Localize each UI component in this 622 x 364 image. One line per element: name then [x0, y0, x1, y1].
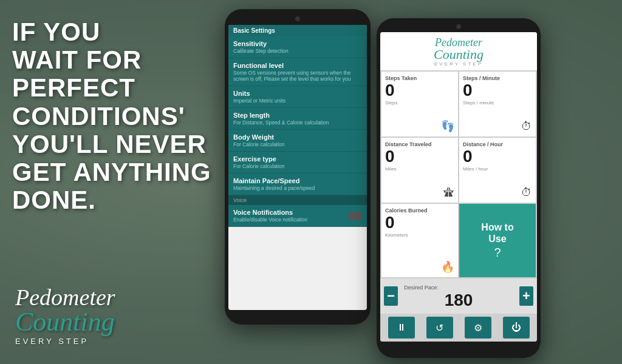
- step-length-title: Step length: [233, 112, 362, 119]
- settings-item-functional[interactable]: Functional level Some OS versions preven…: [228, 58, 367, 86]
- mot-line6: GET ANYTHING: [12, 158, 211, 186]
- logo-pedometer: Pedometer: [15, 286, 115, 309]
- phone1-screen: Basic Settings Sensitivity Calibrate Ste…: [228, 25, 367, 310]
- mot-line7: DONE.: [12, 186, 96, 214]
- pace-plus-button[interactable]: +: [519, 286, 533, 306]
- how-to-use-question-icon: ?: [494, 246, 501, 260]
- phone2: Pedometer Counting Every Step Steps Take…: [377, 18, 541, 358]
- how-to-line2: Use: [488, 234, 506, 244]
- logo-counting: Counting: [15, 309, 115, 335]
- settings-button[interactable]: ⚙: [465, 317, 491, 339]
- exercise-type-title: Exercise type: [233, 155, 362, 163]
- mot-line4: CONDITIONS': [12, 102, 185, 130]
- left-section: IF YOU WAIT FOR PERFECT CONDITIONS' YOU'…: [12, 18, 219, 214]
- pause-icon: ⏸: [397, 322, 406, 333]
- distance-traveled-label: Distance Traveled: [385, 141, 454, 147]
- settings-item-exercise-type[interactable]: Exercise type For Calorie calculation: [228, 152, 367, 174]
- stat-steps-minute: Steps / Minute 0 Steps / minute ⏱: [459, 72, 536, 136]
- settings-header: Basic Settings: [228, 25, 367, 36]
- stat-steps-taken: Steps Taken 0 Steps 👣: [381, 72, 458, 136]
- steps-minute-unit: Steps / minute: [463, 100, 532, 106]
- refresh-button[interactable]: ↺: [426, 317, 453, 339]
- power-icon: ⏻: [511, 322, 521, 333]
- steps-taken-value: 0: [385, 81, 454, 100]
- settings-icon: ⚙: [474, 322, 482, 334]
- desired-pace-wrapper: Desired Pace: 180: [404, 282, 513, 310]
- desired-pace-label: Desired Pace:: [404, 285, 439, 291]
- logo-every-step: Every Step: [15, 337, 115, 346]
- step-length-desc: For Distance, Speed & Calorie calculatio…: [233, 120, 362, 126]
- stats-grid: Steps Taken 0 Steps 👣 Steps / Minute 0 S…: [380, 70, 537, 278]
- body-weight-title: Body Weight: [233, 133, 362, 141]
- units-desc: Imperial or Metric units: [233, 98, 362, 104]
- exercise-type-desc: For Calorie calculation: [233, 163, 362, 169]
- desired-pace-value: 180: [404, 291, 513, 310]
- maintain-pace-desc: Maintaining a desired a pace/speed: [233, 185, 362, 191]
- refresh-icon: ↺: [436, 322, 443, 334]
- distance-traveled-value: 0: [385, 147, 454, 166]
- distance-traveled-unit: Miles: [385, 166, 454, 172]
- distance-traveled-icon: 🛣: [443, 186, 454, 199]
- stat-distance-traveled: Distance Traveled 0 Miles 🛣: [381, 138, 458, 203]
- how-to-use-card[interactable]: How to Use ?: [459, 204, 536, 277]
- sensitivity-desc: Calibrate Step detection: [233, 48, 362, 54]
- distance-hour-unit: Miles / hour: [463, 166, 532, 172]
- mot-line1: IF YOU: [12, 18, 100, 46]
- phone2-screen: Pedometer Counting Every Step Steps Take…: [380, 32, 537, 342]
- calories-unit: Kilometers: [385, 232, 454, 238]
- steps-minute-icon: ⏱: [521, 120, 532, 133]
- pace-minus-button[interactable]: −: [384, 286, 398, 306]
- settings-item-step-length[interactable]: Step length For Distance, Speed & Calori…: [228, 108, 367, 130]
- mot-line5: YOU'LL NEVER: [12, 130, 207, 158]
- voice-desc: Enable/disable Voice notification: [233, 217, 307, 223]
- voice-section-header: Voice: [228, 195, 367, 205]
- motivational-text: IF YOU WAIT FOR PERFECT CONDITIONS' YOU'…: [12, 18, 219, 214]
- phone2-logo-count: Counting: [383, 48, 535, 61]
- settings-item-units[interactable]: Units Imperial or Metric units: [228, 86, 367, 108]
- bottom-controls: ⏸ ↺ ⚙ ⏻: [380, 314, 537, 342]
- settings-item-maintain-pace[interactable]: Maintain Pace/Speed Maintaining a desire…: [228, 174, 367, 195]
- mot-line2: WAIT FOR: [12, 46, 142, 74]
- pause-button[interactable]: ⏸: [388, 317, 415, 339]
- power-button[interactable]: ⏻: [503, 317, 530, 339]
- mot-line3: PERFECT: [12, 73, 135, 102]
- how-to-line1: How to: [481, 222, 513, 232]
- how-to-use-text: How to Use: [481, 221, 513, 244]
- stat-distance-hour: Distance / Hour 0 Miles / hour ⏱: [459, 138, 536, 203]
- steps-taken-label: Steps Taken: [385, 75, 454, 81]
- sensitivity-title: Sensitivity: [233, 40, 362, 47]
- phone2-camera: [456, 24, 461, 29]
- steps-taken-icon: 👣: [441, 120, 454, 133]
- units-title: Units: [233, 90, 362, 97]
- calories-icon: 🔥: [441, 260, 454, 274]
- distance-hour-icon: ⏱: [521, 186, 532, 199]
- steps-minute-value: 0: [463, 81, 532, 100]
- phone2-logo: Pedometer Counting Every Step: [380, 32, 537, 70]
- stat-calories: Calories Burned 0 Kilometers 🔥: [381, 204, 458, 277]
- calories-value: 0: [385, 214, 454, 232]
- settings-item-sensitivity[interactable]: Sensitivity Calibrate Step detection: [228, 36, 367, 58]
- settings-item-body-weight[interactable]: Body Weight For Calorie calculation: [228, 130, 367, 152]
- functional-desc: Some OS versions prevent using sensors w…: [233, 70, 362, 82]
- distance-hour-label: Distance / Hour: [463, 141, 532, 147]
- body-weight-desc: For Calorie calculation: [233, 141, 362, 147]
- voice-toggle[interactable]: [349, 212, 362, 220]
- distance-hour-value: 0: [463, 147, 532, 166]
- voice-title: Voice Notifications: [233, 209, 307, 216]
- steps-taken-unit: Steps: [385, 100, 454, 106]
- phone2-logo-sub: Every Step: [383, 61, 535, 67]
- logo-container: Pedometer Counting Every Step: [15, 286, 115, 346]
- steps-minute-label: Steps / Minute: [463, 75, 532, 81]
- maintain-pace-title: Maintain Pace/Speed: [233, 177, 362, 184]
- functional-title: Functional level: [233, 62, 362, 69]
- phone1: Basic Settings Sensitivity Calibrate Ste…: [225, 9, 371, 325]
- settings-item-voice[interactable]: Voice Notifications Enable/disable Voice…: [228, 205, 367, 227]
- phone1-camera: [295, 16, 300, 21]
- calories-label: Calories Burned: [385, 207, 454, 214]
- desired-pace-row: − Desired Pace: 180 +: [380, 278, 537, 314]
